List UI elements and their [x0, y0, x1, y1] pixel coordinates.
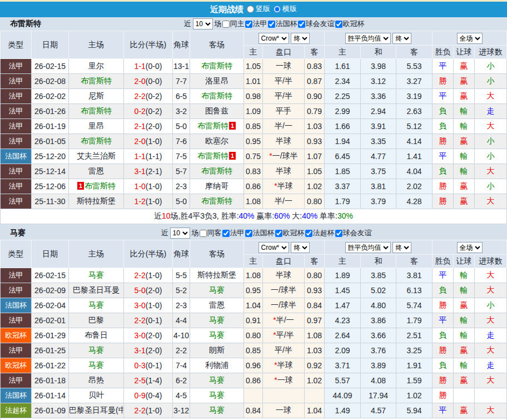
- league-checkbox[interactable]: [305, 230, 312, 237]
- home-team[interactable]: 马赛: [88, 360, 104, 369]
- results-table: 类型日期主场比分(半场)角球客场Crow* 终胜平负均值 终全场主盘口客主和客胜…: [0, 240, 507, 418]
- home-team[interactable]: 巴黎圣日耳曼(中): [69, 406, 124, 414]
- home-team[interactable]: 斯特拉斯堡: [77, 196, 116, 205]
- away-team[interactable]: 斯特拉斯堡: [197, 270, 236, 279]
- same-venue-filter[interactable]: 同客: [199, 228, 222, 238]
- odds-period-select[interactable]: 终: [291, 242, 310, 253]
- league-checkbox[interactable]: [298, 21, 305, 28]
- home-team[interactable]: 马赛: [88, 345, 104, 354]
- away-team[interactable]: 布雷斯特1: [197, 151, 236, 160]
- league-checkbox[interactable]: [335, 21, 342, 28]
- home-team[interactable]: 1布雷斯特: [77, 181, 116, 190]
- avg-type-select[interactable]: 胜平负均值: [345, 33, 391, 44]
- home-team[interactable]: 马赛: [88, 300, 104, 309]
- league-checkbox[interactable]: [275, 230, 282, 237]
- away-team[interactable]: 马赛: [209, 330, 225, 339]
- avg-period-select[interactable]: 终: [392, 33, 411, 44]
- home-team[interactable]: 尼斯: [88, 91, 104, 100]
- away-team[interactable]: 欧塞尔: [205, 136, 228, 145]
- league-filter[interactable]: 欧冠杯: [335, 19, 365, 29]
- team-name-text: 布雷斯特: [84, 181, 116, 190]
- avg-away: 3.25: [396, 343, 433, 358]
- home-team[interactable]: 昂热: [88, 375, 104, 384]
- avg-period-select[interactable]: 终: [392, 242, 411, 253]
- away-team[interactable]: 马赛: [209, 391, 225, 399]
- league-filter[interactable]: 欧冠杯: [275, 228, 305, 238]
- away-team[interactable]: 图鲁兹: [205, 106, 228, 115]
- home-team[interactable]: 巴黎圣日耳曼: [73, 285, 120, 294]
- corner-score: 3-2: [173, 104, 190, 119]
- away-team[interactable]: 马赛: [209, 285, 225, 294]
- team-name-text: 马赛: [209, 375, 225, 384]
- home-team[interactable]: 里昂: [88, 121, 104, 130]
- league-filter[interactable]: 法超杯: [305, 228, 335, 238]
- league-filter-label: 法超杯: [313, 228, 335, 238]
- home-team[interactable]: 布雷斯特: [81, 136, 112, 145]
- avg-draw: 17.94: [361, 388, 396, 403]
- away-team[interactable]: 利物浦: [205, 360, 228, 369]
- away-team[interactable]: 马赛: [209, 406, 225, 414]
- league-checkbox[interactable]: [268, 21, 275, 28]
- league-filter[interactable]: 球会友谊: [335, 228, 372, 238]
- avg-draw: 3.35: [361, 134, 396, 149]
- near-count-select[interactable]: 10: [170, 228, 190, 239]
- layout-radio-option[interactable]: 横版: [270, 4, 297, 14]
- result-handicap: 輸: [454, 283, 475, 298]
- away-team[interactable]: 雷恩: [209, 300, 225, 309]
- league-badge: 法甲: [1, 119, 32, 134]
- layout-radio[interactable]: [247, 6, 254, 13]
- away-team[interactable]: 洛里昂: [205, 76, 228, 85]
- away-team[interactable]: 布雷斯特: [201, 166, 232, 175]
- match-row: 法甲26-02-02尼斯2-2(0-2)6-5布雷斯特0.98平/半0.902.…: [1, 89, 507, 104]
- home-team[interactable]: 布鲁日: [84, 330, 108, 339]
- odds-source-select[interactable]: Crow*: [259, 242, 289, 253]
- away-team-cell: 布雷斯特1: [190, 119, 244, 134]
- same-venue-checkbox[interactable]: [200, 230, 207, 237]
- odds-source-select[interactable]: Crow*: [259, 33, 289, 44]
- match-row: 欧冠杯26-01-22马赛0-3(0-1)7-4利物浦0.96*半球0.923.…: [1, 358, 507, 373]
- league-checkbox[interactable]: [245, 230, 252, 237]
- halftime-score: (2-0): [146, 122, 162, 131]
- team-name-text: 摩纳哥: [205, 181, 228, 190]
- league-checkbox[interactable]: [335, 230, 342, 237]
- home-team[interactable]: 贝叶: [88, 391, 104, 399]
- league-checkbox[interactable]: [245, 21, 252, 28]
- same-venue-checkbox[interactable]: [222, 21, 230, 28]
- handicap-line: *半/一: [263, 313, 305, 328]
- handicap-text: 一/球半: [272, 151, 298, 160]
- layout-radio-option[interactable]: 竖版: [243, 4, 270, 14]
- away-team[interactable]: 布雷斯特: [201, 91, 232, 100]
- away-team[interactable]: 布雷斯特: [201, 196, 232, 205]
- league-filter[interactable]: 法国杯: [245, 228, 275, 238]
- scope-select[interactable]: 全场: [457, 33, 483, 44]
- home-team[interactable]: 马赛: [88, 270, 104, 279]
- home-team[interactable]: 巴黎: [88, 315, 104, 324]
- scope-select[interactable]: 全场: [457, 242, 483, 253]
- league-filter[interactable]: 球会友谊: [297, 19, 335, 29]
- halftime-score: (0-1): [146, 316, 162, 325]
- away-team[interactable]: 朗斯: [209, 345, 225, 354]
- home-team[interactable]: 雷恩: [88, 166, 104, 175]
- team-name-text: 布鲁日: [84, 330, 108, 339]
- team-name-text: 马赛: [209, 391, 225, 399]
- away-team[interactable]: 马赛: [209, 375, 225, 384]
- same-venue-filter[interactable]: 同主: [222, 19, 245, 29]
- league-filter[interactable]: 法国杯: [267, 19, 297, 29]
- away-team[interactable]: 布雷斯特1: [197, 121, 236, 130]
- column-header: 和: [361, 255, 396, 268]
- avg-away: 3.19: [396, 89, 433, 104]
- home-team[interactable]: 里尔: [88, 61, 104, 70]
- league-checkbox[interactable]: [222, 230, 230, 237]
- home-team[interactable]: 布雷斯特: [81, 76, 112, 85]
- away-team[interactable]: 布雷斯特: [201, 61, 232, 70]
- league-filter[interactable]: 法甲: [222, 228, 245, 238]
- avg-type-select[interactable]: 胜平负均值: [345, 242, 391, 253]
- near-count-select[interactable]: 10: [193, 18, 213, 29]
- home-team[interactable]: 艾夫兰治斯: [77, 151, 116, 160]
- odds-period-select[interactable]: 终: [291, 33, 310, 44]
- layout-radio[interactable]: [274, 6, 281, 13]
- league-filter[interactable]: 法甲: [245, 19, 267, 29]
- home-team[interactable]: 布雷斯特: [81, 106, 112, 115]
- away-team[interactable]: 摩纳哥: [205, 181, 228, 190]
- away-team[interactable]: 马赛: [209, 315, 225, 324]
